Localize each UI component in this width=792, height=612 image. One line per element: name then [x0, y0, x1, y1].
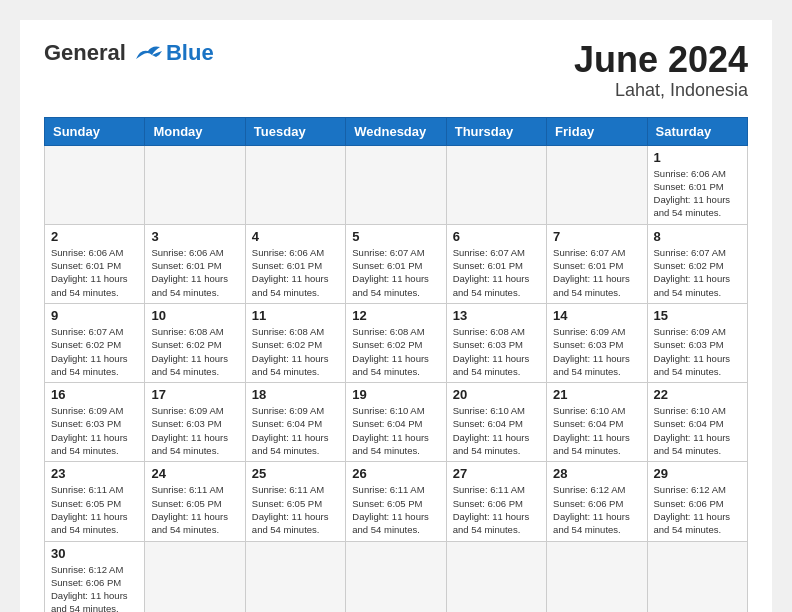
weekday-header: Tuesday: [245, 117, 345, 145]
week-row: 16Sunrise: 6:09 AMSunset: 6:03 PMDayligh…: [45, 383, 748, 462]
weekday-header: Wednesday: [346, 117, 446, 145]
day-info: Sunrise: 6:08 AMSunset: 6:02 PMDaylight:…: [252, 325, 339, 378]
week-row: 23Sunrise: 6:11 AMSunset: 6:05 PMDayligh…: [45, 462, 748, 541]
weekday-header: Friday: [547, 117, 647, 145]
day-info: Sunrise: 6:06 AMSunset: 6:01 PMDaylight:…: [151, 246, 238, 299]
day-info: Sunrise: 6:12 AMSunset: 6:06 PMDaylight:…: [553, 483, 640, 536]
calendar-cell: [647, 541, 747, 612]
day-number: 26: [352, 466, 439, 481]
calendar-cell: [45, 145, 145, 224]
calendar-cell: [245, 145, 345, 224]
day-info: Sunrise: 6:10 AMSunset: 6:04 PMDaylight:…: [553, 404, 640, 457]
calendar-cell: 14Sunrise: 6:09 AMSunset: 6:03 PMDayligh…: [547, 303, 647, 382]
day-info: Sunrise: 6:11 AMSunset: 6:05 PMDaylight:…: [352, 483, 439, 536]
weekday-header: Monday: [145, 117, 245, 145]
weekday-header: Thursday: [446, 117, 546, 145]
day-info: Sunrise: 6:09 AMSunset: 6:03 PMDaylight:…: [553, 325, 640, 378]
calendar-cell: 15Sunrise: 6:09 AMSunset: 6:03 PMDayligh…: [647, 303, 747, 382]
calendar-cell: 29Sunrise: 6:12 AMSunset: 6:06 PMDayligh…: [647, 462, 747, 541]
day-info: Sunrise: 6:06 AMSunset: 6:01 PMDaylight:…: [252, 246, 339, 299]
day-number: 22: [654, 387, 741, 402]
calendar-cell: [346, 145, 446, 224]
month-title: June 2024: [574, 40, 748, 80]
calendar-table: SundayMondayTuesdayWednesdayThursdayFrid…: [44, 117, 748, 612]
day-info: Sunrise: 6:07 AMSunset: 6:02 PMDaylight:…: [654, 246, 741, 299]
day-info: Sunrise: 6:12 AMSunset: 6:06 PMDaylight:…: [654, 483, 741, 536]
calendar-cell: [245, 541, 345, 612]
day-number: 23: [51, 466, 138, 481]
day-number: 18: [252, 387, 339, 402]
day-number: 25: [252, 466, 339, 481]
day-number: 19: [352, 387, 439, 402]
day-number: 21: [553, 387, 640, 402]
day-number: 3: [151, 229, 238, 244]
calendar-cell: [446, 541, 546, 612]
week-row: 2Sunrise: 6:06 AMSunset: 6:01 PMDaylight…: [45, 224, 748, 303]
day-number: 12: [352, 308, 439, 323]
calendar-cell: 30Sunrise: 6:12 AMSunset: 6:06 PMDayligh…: [45, 541, 145, 612]
day-number: 4: [252, 229, 339, 244]
day-info: Sunrise: 6:11 AMSunset: 6:05 PMDaylight:…: [151, 483, 238, 536]
calendar-cell: 7Sunrise: 6:07 AMSunset: 6:01 PMDaylight…: [547, 224, 647, 303]
calendar-cell: 24Sunrise: 6:11 AMSunset: 6:05 PMDayligh…: [145, 462, 245, 541]
calendar-cell: 20Sunrise: 6:10 AMSunset: 6:04 PMDayligh…: [446, 383, 546, 462]
day-number: 14: [553, 308, 640, 323]
weekday-header-row: SundayMondayTuesdayWednesdayThursdayFrid…: [45, 117, 748, 145]
day-info: Sunrise: 6:07 AMSunset: 6:01 PMDaylight:…: [352, 246, 439, 299]
day-number: 29: [654, 466, 741, 481]
calendar-cell: 23Sunrise: 6:11 AMSunset: 6:05 PMDayligh…: [45, 462, 145, 541]
day-info: Sunrise: 6:08 AMSunset: 6:02 PMDaylight:…: [352, 325, 439, 378]
day-info: Sunrise: 6:09 AMSunset: 6:03 PMDaylight:…: [654, 325, 741, 378]
calendar-cell: 19Sunrise: 6:10 AMSunset: 6:04 PMDayligh…: [346, 383, 446, 462]
logo: General Blue: [44, 40, 214, 66]
calendar-cell: 10Sunrise: 6:08 AMSunset: 6:02 PMDayligh…: [145, 303, 245, 382]
day-number: 10: [151, 308, 238, 323]
day-info: Sunrise: 6:07 AMSunset: 6:02 PMDaylight:…: [51, 325, 138, 378]
day-number: 24: [151, 466, 238, 481]
calendar-cell: [145, 145, 245, 224]
calendar-cell: 1Sunrise: 6:06 AMSunset: 6:01 PMDaylight…: [647, 145, 747, 224]
calendar-cell: 18Sunrise: 6:09 AMSunset: 6:04 PMDayligh…: [245, 383, 345, 462]
calendar-cell: [346, 541, 446, 612]
logo-bird-icon: [132, 41, 164, 65]
day-info: Sunrise: 6:11 AMSunset: 6:05 PMDaylight:…: [252, 483, 339, 536]
calendar-cell: 9Sunrise: 6:07 AMSunset: 6:02 PMDaylight…: [45, 303, 145, 382]
calendar-cell: 21Sunrise: 6:10 AMSunset: 6:04 PMDayligh…: [547, 383, 647, 462]
day-number: 13: [453, 308, 540, 323]
calendar-cell: 2Sunrise: 6:06 AMSunset: 6:01 PMDaylight…: [45, 224, 145, 303]
calendar-cell: 13Sunrise: 6:08 AMSunset: 6:03 PMDayligh…: [446, 303, 546, 382]
day-number: 27: [453, 466, 540, 481]
day-info: Sunrise: 6:09 AMSunset: 6:03 PMDaylight:…: [151, 404, 238, 457]
calendar-cell: 28Sunrise: 6:12 AMSunset: 6:06 PMDayligh…: [547, 462, 647, 541]
calendar-cell: [547, 145, 647, 224]
calendar-cell: 16Sunrise: 6:09 AMSunset: 6:03 PMDayligh…: [45, 383, 145, 462]
day-info: Sunrise: 6:06 AMSunset: 6:01 PMDaylight:…: [654, 167, 741, 220]
calendar-cell: 8Sunrise: 6:07 AMSunset: 6:02 PMDaylight…: [647, 224, 747, 303]
weekday-header: Sunday: [45, 117, 145, 145]
day-number: 28: [553, 466, 640, 481]
calendar-cell: 25Sunrise: 6:11 AMSunset: 6:05 PMDayligh…: [245, 462, 345, 541]
calendar-cell: 27Sunrise: 6:11 AMSunset: 6:06 PMDayligh…: [446, 462, 546, 541]
calendar-cell: [547, 541, 647, 612]
day-number: 16: [51, 387, 138, 402]
day-info: Sunrise: 6:06 AMSunset: 6:01 PMDaylight:…: [51, 246, 138, 299]
day-info: Sunrise: 6:08 AMSunset: 6:02 PMDaylight:…: [151, 325, 238, 378]
logo-general-text: General: [44, 40, 126, 66]
calendar-cell: 4Sunrise: 6:06 AMSunset: 6:01 PMDaylight…: [245, 224, 345, 303]
week-row: 30Sunrise: 6:12 AMSunset: 6:06 PMDayligh…: [45, 541, 748, 612]
day-number: 7: [553, 229, 640, 244]
day-info: Sunrise: 6:09 AMSunset: 6:03 PMDaylight:…: [51, 404, 138, 457]
weekday-header: Saturday: [647, 117, 747, 145]
logo-blue-text: Blue: [166, 40, 214, 66]
day-info: Sunrise: 6:11 AMSunset: 6:05 PMDaylight:…: [51, 483, 138, 536]
week-row: 9Sunrise: 6:07 AMSunset: 6:02 PMDaylight…: [45, 303, 748, 382]
day-number: 9: [51, 308, 138, 323]
day-number: 30: [51, 546, 138, 561]
week-row: 1Sunrise: 6:06 AMSunset: 6:01 PMDaylight…: [45, 145, 748, 224]
day-info: Sunrise: 6:07 AMSunset: 6:01 PMDaylight:…: [453, 246, 540, 299]
header: General Blue June 2024 Lahat, Indonesia: [44, 40, 748, 101]
day-info: Sunrise: 6:11 AMSunset: 6:06 PMDaylight:…: [453, 483, 540, 536]
day-number: 2: [51, 229, 138, 244]
calendar-cell: 12Sunrise: 6:08 AMSunset: 6:02 PMDayligh…: [346, 303, 446, 382]
calendar-cell: 3Sunrise: 6:06 AMSunset: 6:01 PMDaylight…: [145, 224, 245, 303]
